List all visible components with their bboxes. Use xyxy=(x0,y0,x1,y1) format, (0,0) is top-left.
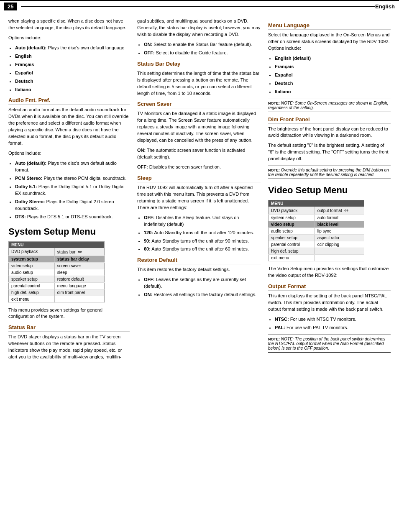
list-item: NTSC: For use with NTSC TV monitors. xyxy=(275,316,391,323)
sleep-options: OFF: Disables the Sleep feature. Unit st… xyxy=(144,215,261,253)
list-item: English xyxy=(15,53,130,60)
list-item: 60: Auto Standby turns off the unit afte… xyxy=(144,246,261,253)
options-label: Options include: xyxy=(8,35,130,41)
output-format-title: Output Format xyxy=(268,283,391,291)
list-item: Auto (default): Plays the disc's own def… xyxy=(15,160,130,174)
output-format-note: note: NOTE: The position of the back pan… xyxy=(268,335,391,353)
status-bar-cont: gual subtitles, and multilingual sound t… xyxy=(137,18,261,38)
list-item: Français xyxy=(275,64,391,70)
screen-saver-title: Screen Saver xyxy=(137,101,261,108)
audio-fmt-options: Auto (default): Plays the disc's own def… xyxy=(15,160,130,220)
sleep-title: Sleep xyxy=(137,175,261,182)
video-setup-title: Video Setup Menu xyxy=(268,185,391,196)
status-bar-title: Status Bar xyxy=(8,324,130,332)
language-options: Auto (default): Plays the disc's own def… xyxy=(15,45,130,93)
header-language: English xyxy=(375,3,395,10)
sleep-body: The RDV-1092 will automatically turn off… xyxy=(137,184,261,211)
list-item: Français xyxy=(15,61,130,68)
menu-language-body: Select the language displayed in the On-… xyxy=(268,32,391,52)
output-format-body: This item displays the setting of the ba… xyxy=(268,293,391,313)
audio-fmt-options-label: Options include: xyxy=(8,150,130,157)
table-row: audio setuplip sync xyxy=(269,228,364,235)
list-item: 90: Auto Standby turns off the unit afte… xyxy=(144,238,261,245)
menu-language-title: Menu Language xyxy=(268,22,391,30)
list-item: 120: Auto Standby turns off the unit aft… xyxy=(144,230,261,236)
dim-front-panel-body2: The default setting "0" is the brightest… xyxy=(268,142,391,162)
table-row: parental controlccir clipping xyxy=(269,241,364,248)
header-divider xyxy=(21,6,375,7)
list-item: PCM Stereo: Plays the stereo PCM digital… xyxy=(15,175,130,182)
list-item: Dolby Stereo: Plays the Dolby Digital 2.… xyxy=(15,199,130,212)
table-row: high def. setupdim front panel xyxy=(9,289,105,296)
audio-fmt-body: Select an audio format as the default au… xyxy=(8,107,130,147)
restore-default-options: OFF: Leaves the settings as they are cur… xyxy=(144,276,261,298)
intro-text: when playing a specific disc. When a dis… xyxy=(8,18,130,31)
list-item: Dolby 5.1: Plays the Dolby Digital 5.1 o… xyxy=(15,184,130,197)
page-number: 25 xyxy=(4,3,17,10)
status-bar-delay-body: This setting determines the length of ti… xyxy=(137,70,261,97)
audio-fmt-title: Audio Fmt. Pref. xyxy=(8,97,130,105)
list-item: Español xyxy=(275,72,391,79)
list-item: DTS: Plays the DTS 5.1 or DTS-ES soundtr… xyxy=(15,214,130,220)
screen-saver-body: TV Monitors can be damaged if a static i… xyxy=(137,110,261,144)
video-setup-body: The Video Setup menu provides six settin… xyxy=(268,266,391,279)
list-item: Auto (default): Plays the disc's own def… xyxy=(15,45,130,51)
table-row: exit menu xyxy=(9,296,105,302)
menu-header: MENU xyxy=(9,241,105,248)
screen-saver-on: ON: The automatic screen saver function … xyxy=(137,147,261,161)
status-bar-options: ON: Select to enable the Status Bar feat… xyxy=(144,41,261,56)
dim-front-panel-title: Dim Front Panel xyxy=(268,116,391,124)
list-item: Español xyxy=(15,70,130,77)
middle-column: gual subtitles, and multilingual sound t… xyxy=(137,18,261,364)
menu-language-options: English (default) Français Español Deuts… xyxy=(275,55,391,95)
table-row: exit menu xyxy=(269,255,364,261)
table-row: speaker setupaspect ratio xyxy=(269,235,364,241)
right-column: Menu Language Select the language displa… xyxy=(268,18,391,364)
table-row: system setupstatus bar delay xyxy=(9,256,105,262)
table-row: system setupauto format xyxy=(269,215,364,221)
restore-default-title: Restore Default xyxy=(137,257,261,264)
list-item: ON: Restores all settings to the factory… xyxy=(144,292,261,298)
status-bar-body: The DVD player displays a status bar on … xyxy=(8,334,130,361)
list-item: OFF: Select to disable the Guide feature… xyxy=(144,50,261,56)
table-row: parental controlmenu language xyxy=(9,282,105,289)
list-item: English (default) xyxy=(275,55,391,62)
header: 25 English xyxy=(0,0,399,12)
output-format-options: NTSC: For use with NTSC TV monitors. PAL… xyxy=(275,316,391,331)
menu-language-note: note: NOTE: Some On-Screen messages are … xyxy=(268,99,391,112)
video-setup-menu: MENU DVD playbackoutput format ⇔ system … xyxy=(268,200,364,261)
list-item: Deutsch xyxy=(275,80,391,87)
restore-default-body: This item restores the factory default s… xyxy=(137,266,261,273)
screen-saver-off: OFF: Disables the screen saver function. xyxy=(137,164,261,171)
system-setup-title: System Setup Menu xyxy=(8,226,130,237)
list-item: Italiano xyxy=(15,87,130,93)
system-setup-body: This menu provides seven settings for ge… xyxy=(8,307,130,320)
table-row: high def. setup xyxy=(269,248,364,255)
dim-front-panel-body1: The brightness of the front panel displa… xyxy=(268,126,391,139)
table-row: speaker setuprestore default xyxy=(9,276,105,282)
status-bar-delay-title: Status Bar Delay xyxy=(137,61,261,68)
table-row: DVD playbackoutput format ⇔ xyxy=(269,207,364,215)
list-item: Deutsch xyxy=(15,78,130,85)
left-column: when playing a specific disc. When a dis… xyxy=(8,18,130,364)
system-setup-menu: MENU DVD playbackstatus bar ⇔ system set… xyxy=(8,241,105,303)
table-row: video setupblack level xyxy=(269,221,364,228)
list-item: Italiano xyxy=(275,89,391,95)
table-row: DVD playbackstatus bar ⇔ xyxy=(9,248,105,256)
dim-front-panel-note: note: Override this default setting by p… xyxy=(268,166,391,179)
list-item: OFF: Disables the Sleep feature. Unit st… xyxy=(144,215,261,228)
table-row: audio setupsleep xyxy=(9,269,105,276)
list-item: PAL: For use with PAL TV monitors. xyxy=(275,325,391,331)
table-row: video setupscreen saver xyxy=(9,262,105,269)
list-item: OFF: Leaves the settings as they are cur… xyxy=(144,276,261,290)
list-item: ON: Select to enable the Status Bar feat… xyxy=(144,41,261,48)
video-menu-header: MENU xyxy=(269,200,364,207)
